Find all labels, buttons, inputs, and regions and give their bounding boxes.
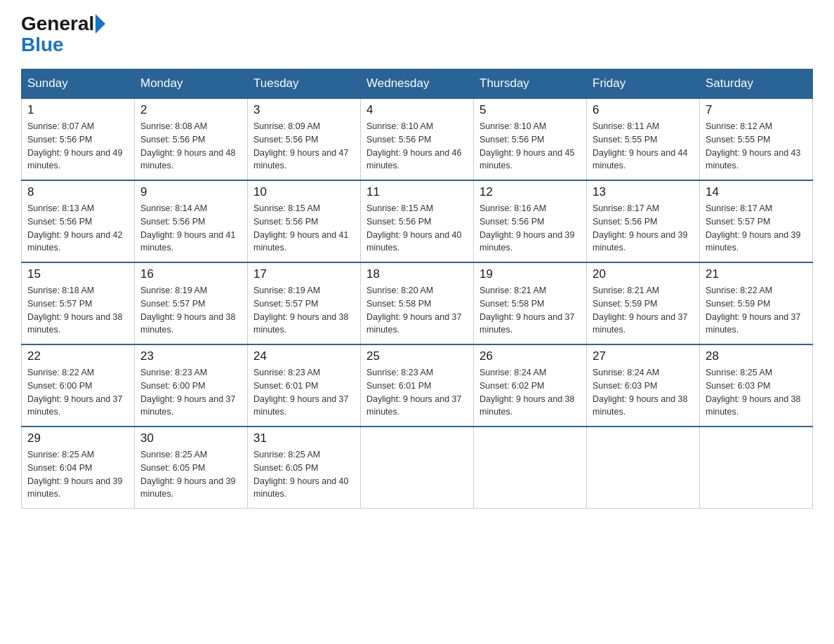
calendar-cell: 27Sunrise: 8:24 AMSunset: 6:03 PMDayligh… [587, 344, 700, 427]
weekday-header-friday: Friday [587, 69, 700, 99]
day-info: Sunrise: 8:15 AMSunset: 5:56 PMDaylight:… [253, 202, 355, 255]
day-info: Sunrise: 8:25 AMSunset: 6:05 PMDaylight:… [253, 448, 355, 501]
day-number: 23 [140, 349, 241, 363]
calendar-cell: 30Sunrise: 8:25 AMSunset: 6:05 PMDayligh… [135, 427, 248, 509]
day-info: Sunrise: 8:22 AMSunset: 6:00 PMDaylight:… [27, 366, 128, 419]
header: General Blue [21, 14, 813, 56]
calendar-cell: 9Sunrise: 8:14 AMSunset: 5:56 PMDaylight… [135, 180, 248, 262]
day-info: Sunrise: 8:18 AMSunset: 5:57 PMDaylight:… [27, 284, 128, 337]
day-number: 13 [593, 185, 694, 199]
calendar-cell: 16Sunrise: 8:19 AMSunset: 5:57 PMDayligh… [135, 262, 248, 344]
day-number: 2 [140, 103, 241, 117]
day-number: 15 [27, 267, 128, 281]
day-info: Sunrise: 8:09 AMSunset: 5:56 PMDaylight:… [253, 120, 355, 173]
calendar-cell [700, 427, 813, 509]
calendar-cell: 3Sunrise: 8:09 AMSunset: 5:56 PMDaylight… [248, 98, 361, 180]
calendar-cell: 8Sunrise: 8:13 AMSunset: 5:56 PMDaylight… [22, 180, 135, 262]
calendar-cell: 21Sunrise: 8:22 AMSunset: 5:59 PMDayligh… [700, 262, 813, 344]
calendar-cell: 31Sunrise: 8:25 AMSunset: 6:05 PMDayligh… [248, 427, 361, 509]
day-info: Sunrise: 8:07 AMSunset: 5:56 PMDaylight:… [27, 120, 128, 173]
day-info: Sunrise: 8:15 AMSunset: 5:56 PMDaylight:… [366, 202, 468, 255]
day-info: Sunrise: 8:19 AMSunset: 5:57 PMDaylight:… [253, 284, 355, 337]
calendar-cell: 28Sunrise: 8:25 AMSunset: 6:03 PMDayligh… [700, 344, 813, 427]
day-info: Sunrise: 8:25 AMSunset: 6:05 PMDaylight:… [140, 448, 241, 501]
day-info: Sunrise: 8:14 AMSunset: 5:56 PMDaylight:… [140, 202, 241, 255]
day-number: 10 [253, 185, 355, 199]
day-number: 6 [593, 103, 694, 117]
day-info: Sunrise: 8:24 AMSunset: 6:03 PMDaylight:… [593, 366, 694, 419]
day-info: Sunrise: 8:17 AMSunset: 5:57 PMDaylight:… [706, 202, 807, 255]
calendar-cell: 10Sunrise: 8:15 AMSunset: 5:56 PMDayligh… [248, 180, 361, 262]
day-info: Sunrise: 8:21 AMSunset: 5:58 PMDaylight:… [479, 284, 581, 337]
day-number: 29 [27, 431, 128, 445]
calendar-week-row: 15Sunrise: 8:18 AMSunset: 5:57 PMDayligh… [22, 262, 813, 344]
day-number: 4 [366, 103, 468, 117]
calendar-table: SundayMondayTuesdayWednesdayThursdayFrid… [21, 69, 813, 509]
day-number: 3 [253, 103, 355, 117]
calendar-cell: 29Sunrise: 8:25 AMSunset: 6:04 PMDayligh… [22, 427, 135, 509]
weekday-header-row: SundayMondayTuesdayWednesdayThursdayFrid… [22, 69, 813, 99]
day-info: Sunrise: 8:10 AMSunset: 5:56 PMDaylight:… [366, 120, 468, 173]
day-number: 17 [253, 267, 355, 281]
calendar-cell: 11Sunrise: 8:15 AMSunset: 5:56 PMDayligh… [361, 180, 474, 262]
calendar-cell: 26Sunrise: 8:24 AMSunset: 6:02 PMDayligh… [474, 344, 587, 427]
day-number: 30 [140, 431, 241, 445]
calendar-cell: 14Sunrise: 8:17 AMSunset: 5:57 PMDayligh… [700, 180, 813, 262]
weekday-header-saturday: Saturday [700, 69, 813, 99]
weekday-header-wednesday: Wednesday [361, 69, 474, 99]
day-number: 7 [706, 103, 807, 117]
calendar-cell: 7Sunrise: 8:12 AMSunset: 5:55 PMDaylight… [700, 98, 813, 180]
calendar-cell: 5Sunrise: 8:10 AMSunset: 5:56 PMDaylight… [474, 98, 587, 180]
day-number: 16 [140, 267, 241, 281]
weekday-header-monday: Monday [135, 69, 248, 99]
day-number: 5 [479, 103, 581, 117]
day-number: 20 [593, 267, 694, 281]
calendar-cell: 4Sunrise: 8:10 AMSunset: 5:56 PMDaylight… [361, 98, 474, 180]
calendar-cell: 22Sunrise: 8:22 AMSunset: 6:00 PMDayligh… [22, 344, 135, 427]
calendar-week-row: 29Sunrise: 8:25 AMSunset: 6:04 PMDayligh… [22, 427, 813, 509]
calendar-cell: 12Sunrise: 8:16 AMSunset: 5:56 PMDayligh… [474, 180, 587, 262]
day-number: 24 [253, 349, 355, 363]
day-info: Sunrise: 8:12 AMSunset: 5:55 PMDaylight:… [706, 120, 807, 173]
logo-triangle-icon [95, 14, 105, 34]
calendar-cell [474, 427, 587, 509]
day-info: Sunrise: 8:25 AMSunset: 6:04 PMDaylight:… [27, 448, 128, 501]
day-number: 25 [366, 349, 468, 363]
logo-general-text: General [21, 14, 94, 34]
calendar-week-row: 8Sunrise: 8:13 AMSunset: 5:56 PMDaylight… [22, 180, 813, 262]
calendar-cell: 19Sunrise: 8:21 AMSunset: 5:58 PMDayligh… [474, 262, 587, 344]
calendar-cell: 6Sunrise: 8:11 AMSunset: 5:55 PMDaylight… [587, 98, 700, 180]
day-info: Sunrise: 8:19 AMSunset: 5:57 PMDaylight:… [140, 284, 241, 337]
day-number: 12 [479, 185, 581, 199]
day-number: 11 [366, 185, 468, 199]
calendar-cell: 15Sunrise: 8:18 AMSunset: 5:57 PMDayligh… [22, 262, 135, 344]
day-number: 31 [253, 431, 355, 445]
day-number: 18 [366, 267, 468, 281]
day-number: 9 [140, 185, 241, 199]
calendar-cell [361, 427, 474, 509]
day-info: Sunrise: 8:21 AMSunset: 5:59 PMDaylight:… [593, 284, 694, 337]
day-info: Sunrise: 8:11 AMSunset: 5:55 PMDaylight:… [593, 120, 694, 173]
weekday-header-tuesday: Tuesday [248, 69, 361, 99]
day-info: Sunrise: 8:13 AMSunset: 5:56 PMDaylight:… [27, 202, 128, 255]
day-number: 1 [27, 103, 128, 117]
calendar-cell: 17Sunrise: 8:19 AMSunset: 5:57 PMDayligh… [248, 262, 361, 344]
calendar-week-row: 22Sunrise: 8:22 AMSunset: 6:00 PMDayligh… [22, 344, 813, 427]
day-number: 8 [27, 185, 128, 199]
day-info: Sunrise: 8:24 AMSunset: 6:02 PMDaylight:… [479, 366, 581, 419]
calendar-cell: 23Sunrise: 8:23 AMSunset: 6:00 PMDayligh… [135, 344, 248, 427]
day-number: 21 [706, 267, 807, 281]
logo-blue-text: Blue [21, 34, 64, 55]
day-info: Sunrise: 8:10 AMSunset: 5:56 PMDaylight:… [479, 120, 581, 173]
day-number: 14 [706, 185, 807, 199]
weekday-header-thursday: Thursday [474, 69, 587, 99]
day-info: Sunrise: 8:23 AMSunset: 6:01 PMDaylight:… [366, 366, 468, 419]
day-info: Sunrise: 8:23 AMSunset: 6:01 PMDaylight:… [253, 366, 355, 419]
calendar-cell: 20Sunrise: 8:21 AMSunset: 5:59 PMDayligh… [587, 262, 700, 344]
day-info: Sunrise: 8:17 AMSunset: 5:56 PMDaylight:… [593, 202, 694, 255]
day-number: 28 [706, 349, 807, 363]
day-info: Sunrise: 8:20 AMSunset: 5:58 PMDaylight:… [366, 284, 468, 337]
calendar-cell: 1Sunrise: 8:07 AMSunset: 5:56 PMDaylight… [22, 98, 135, 180]
day-info: Sunrise: 8:22 AMSunset: 5:59 PMDaylight:… [706, 284, 807, 337]
calendar-cell [587, 427, 700, 509]
